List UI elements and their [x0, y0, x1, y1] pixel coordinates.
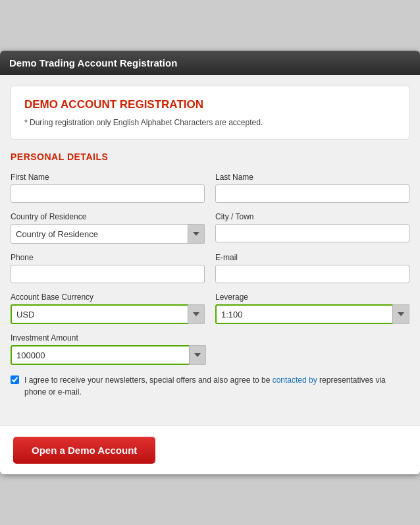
leverage-select[interactable]: 1:10 1:50 1:100 1:200 1:500: [215, 304, 409, 324]
form-section: PERSONAL DETAILS First Name Last Name Co…: [11, 152, 409, 415]
currency-group: Account Base Currency USD EUR GBP: [11, 292, 205, 324]
info-box-title: DEMO ACCOUNT REGISTRATION: [24, 98, 396, 111]
email-label: E-mail: [215, 253, 409, 262]
leverage-group: Leverage 1:10 1:50 1:100 1:200 1:500: [215, 292, 409, 324]
country-city-row: Country of Residence Country of Residenc…: [11, 212, 409, 244]
city-label: City / Town: [215, 212, 409, 221]
agreement-link[interactable]: contacted by: [273, 375, 317, 385]
country-label: Country of Residence: [11, 212, 205, 221]
phone-input[interactable]: [11, 265, 205, 283]
investment-select[interactable]: 100000 50000 25000 10000: [11, 345, 206, 365]
country-group: Country of Residence Country of Residenc…: [11, 212, 205, 244]
leverage-label: Leverage: [215, 292, 409, 302]
investment-row: Investment Amount 100000 50000 25000 100…: [11, 333, 409, 365]
phone-group: Phone: [11, 253, 205, 283]
phone-email-row: Phone E-mail: [11, 253, 409, 283]
name-row: First Name Last Name: [11, 173, 409, 203]
agreement-text: I agree to receive your newsletters, spe…: [24, 374, 409, 398]
investment-label: Investment Amount: [11, 333, 206, 343]
currency-leverage-row: Account Base Currency USD EUR GBP Levera…: [11, 292, 409, 324]
leverage-select-wrapper: 1:10 1:50 1:100 1:200 1:500: [215, 304, 409, 324]
last-name-input[interactable]: [215, 184, 409, 203]
country-select-wrapper: Country of Residence: [11, 224, 205, 244]
currency-select[interactable]: USD EUR GBP: [11, 304, 205, 324]
investment-select-wrapper: 100000 50000 25000 10000: [11, 345, 206, 365]
agreement-checkbox[interactable]: [11, 375, 19, 384]
main-window: Demo Trading Account Registration DEMO A…: [0, 51, 420, 474]
city-group: City / Town: [215, 212, 409, 244]
title-bar: Demo Trading Account Registration: [0, 51, 420, 75]
email-input[interactable]: [215, 265, 409, 283]
email-group: E-mail: [215, 253, 409, 283]
agreement-row: I agree to receive your newsletters, spe…: [11, 374, 409, 398]
investment-group: Investment Amount 100000 50000 25000 100…: [11, 333, 206, 365]
country-select[interactable]: Country of Residence: [11, 224, 205, 244]
currency-label: Account Base Currency: [11, 292, 205, 302]
info-box: DEMO ACCOUNT REGISTRATION * During regis…: [11, 86, 409, 140]
last-name-label: Last Name: [215, 173, 409, 182]
currency-select-wrapper: USD EUR GBP: [11, 304, 205, 324]
open-demo-account-button[interactable]: Open a Demo Account: [13, 437, 155, 464]
first-name-input[interactable]: [11, 184, 205, 203]
body: DEMO ACCOUNT REGISTRATION * During regis…: [0, 75, 420, 426]
window-title: Demo Trading Account Registration: [9, 57, 177, 69]
first-name-group: First Name: [11, 173, 205, 203]
phone-label: Phone: [11, 253, 205, 262]
last-name-group: Last Name: [215, 173, 409, 203]
bottom-bar: Open a Demo Account: [0, 426, 420, 474]
first-name-label: First Name: [11, 173, 205, 182]
personal-details-title: PERSONAL DETAILS: [11, 152, 409, 162]
city-input[interactable]: [215, 224, 409, 242]
info-box-note: * During registration only English Alpha…: [24, 118, 396, 127]
